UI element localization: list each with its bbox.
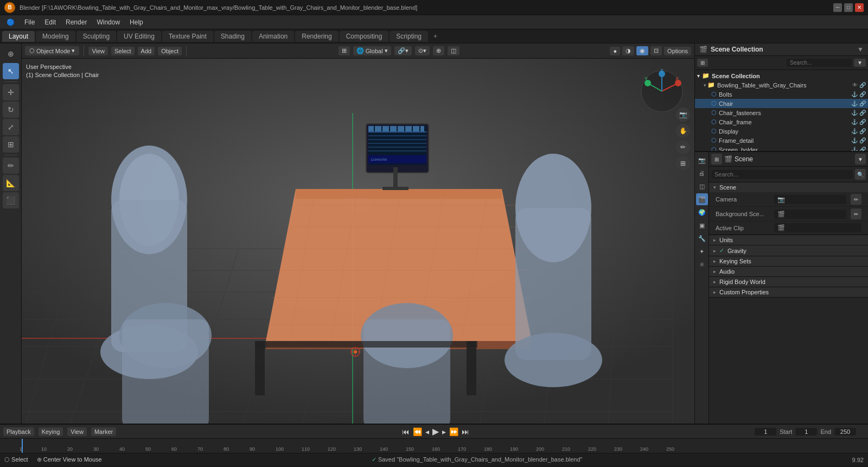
close-button[interactable]: ✕ — [855, 3, 864, 12]
menu-help[interactable]: Help — [125, 17, 148, 27]
menu-blender[interactable]: 🔵 — [2, 17, 19, 27]
prop-filter-button[interactable]: ▼ — [855, 154, 866, 165]
add-menu-button[interactable]: Add — [138, 47, 155, 55]
jump-to-start-button[interactable]: ⏮ — [402, 427, 410, 436]
tab-animation[interactable]: Animation — [252, 31, 294, 42]
tab-scripting[interactable]: Scripting — [390, 31, 428, 42]
measure-button[interactable]: 📐 — [3, 175, 19, 191]
view-layer-props-button[interactable]: ◫ — [696, 180, 708, 192]
particles-props-button[interactable]: ✦ — [696, 245, 708, 257]
playback-menu-button[interactable]: Playback — [3, 427, 34, 436]
global-transform-button[interactable]: 🌐 Global ▾ — [353, 46, 391, 55]
jump-to-end-button[interactable]: ⏭ — [462, 427, 469, 436]
pan-view-button[interactable]: ✋ — [676, 124, 690, 138]
tab-layout[interactable]: Layout — [2, 31, 35, 42]
next-keyframe-button[interactable]: ⏩ — [449, 427, 458, 436]
rigid-body-world-header[interactable]: ▸ Rigid Body World — [709, 277, 868, 287]
object-props-button[interactable]: ▣ — [696, 219, 708, 231]
prop-display-options-button[interactable]: ⊞ — [711, 154, 722, 165]
snap-button[interactable]: 🔗▾ — [394, 46, 412, 55]
play-button[interactable]: ▶ — [432, 426, 439, 437]
output-props-button[interactable]: 🖨 — [696, 167, 708, 179]
object-menu-button[interactable]: Object — [158, 47, 182, 55]
search-icon-button[interactable]: 🔍 — [855, 169, 866, 180]
minimize-button[interactable]: ─ — [833, 3, 842, 12]
timeline-ruler[interactable]: 1 10 20 30 40 50 60 70 80 90 100 110 120… — [0, 439, 868, 453]
modifier-props-button[interactable]: 🔧 — [696, 232, 708, 244]
render-props-button[interactable]: 📷 — [696, 154, 708, 166]
rotate-tool-button[interactable]: ↻ — [3, 102, 19, 118]
sc-bowling-table-item[interactable]: ▾ 📁 Bowling_Table_with_Gray_Chairs 👁 🔗 — [695, 80, 868, 90]
camera-field[interactable]: 📷 — [774, 195, 846, 204]
menu-edit[interactable]: Edit — [40, 17, 60, 27]
menu-file[interactable]: File — [20, 17, 39, 27]
end-frame-input[interactable]: 250 — [834, 428, 856, 436]
annotate-button[interactable]: ✏ — [3, 157, 19, 174]
proportional-edit-button[interactable]: ⊙▾ — [415, 46, 430, 55]
prev-keyframe-button[interactable]: ⏪ — [413, 427, 422, 436]
tab-sculpting[interactable]: Sculpting — [76, 31, 116, 42]
sc-chair-item[interactable]: ⬡ Chair ⚓ 🔗 — [695, 99, 868, 108]
overlay-button[interactable]: ⊕ — [433, 46, 444, 55]
cursor-mode-button[interactable]: ⊕ — [3, 46, 19, 62]
next-frame-button[interactable]: ▸ — [442, 427, 446, 436]
gravity-checkbox[interactable]: ✓ — [719, 247, 724, 254]
sc-filter-button[interactable]: ▼ — [854, 59, 866, 67]
viewport-shading-material[interactable]: ◑ — [622, 46, 634, 55]
select-menu-button[interactable]: Select — [111, 47, 135, 55]
menu-render[interactable]: Render — [61, 17, 91, 27]
options-button[interactable]: Options — [664, 47, 691, 55]
start-frame-input[interactable]: 1 — [795, 428, 817, 436]
select-tool-button[interactable]: ↖ — [3, 63, 19, 79]
sc-options-button[interactable]: ⊞ — [697, 59, 708, 67]
scale-tool-button[interactable]: ⤢ — [3, 119, 19, 135]
3d-viewport[interactable]: 123456789 X Y Z — [22, 59, 694, 424]
active-clip-field[interactable]: 🎬 — [774, 223, 861, 232]
view-menu-button[interactable]: View — [88, 47, 108, 55]
sc-bolts-item[interactable]: ⬡ Bolts ⚓ 🔗 — [695, 90, 868, 99]
camera-browse-button[interactable]: ✏ — [851, 194, 861, 205]
properties-search-input[interactable] — [711, 170, 853, 179]
marker-menu-button[interactable]: Marker — [91, 427, 116, 436]
keying-sets-header[interactable]: ▸ Keying Sets — [709, 256, 868, 266]
audio-section-header[interactable]: ▸ Audio — [709, 267, 868, 276]
physics-props-button[interactable]: ⚛ — [696, 258, 708, 270]
custom-properties-header[interactable]: ▸ Custom Properties — [709, 287, 868, 297]
tab-uv-editing[interactable]: UV Editing — [117, 31, 161, 42]
prev-frame-button[interactable]: ◂ — [425, 427, 429, 436]
draw-button[interactable]: ✏ — [676, 140, 690, 154]
filter-icon[interactable]: ▼ — [857, 46, 864, 53]
keying-menu-button[interactable]: Keying — [39, 427, 63, 436]
sc-screen-holder-item[interactable]: ⬡ Screen_holder ⚓ 🔗 — [695, 145, 868, 151]
viewport-icon-button[interactable]: ⊞ — [339, 46, 350, 55]
add-cube-button[interactable]: ⬛ — [3, 192, 19, 209]
scene-section-header[interactable]: ▾ Scene — [709, 182, 868, 192]
tab-compositing[interactable]: Compositing — [340, 31, 389, 42]
add-workspace-button[interactable]: + — [429, 31, 442, 42]
scene-props-button[interactable]: 🎬 — [696, 193, 708, 205]
tab-modeling[interactable]: Modeling — [36, 31, 75, 42]
maximize-button[interactable]: □ — [844, 3, 853, 12]
units-section-header[interactable]: ▸ Units — [709, 235, 868, 245]
viewport-shading-solid[interactable]: ● — [610, 47, 620, 55]
transform-tool-button[interactable]: ⊞ — [3, 136, 19, 153]
xray-button[interactable]: ◫ — [448, 46, 459, 55]
tab-rendering[interactable]: Rendering — [295, 31, 338, 42]
tab-texture-paint[interactable]: Texture Paint — [162, 31, 213, 42]
background-edit-button[interactable]: ✏ — [851, 209, 861, 219]
menu-window[interactable]: Window — [92, 17, 124, 27]
sc-root-item[interactable]: ▾ 📁 Scene Collection — [695, 71, 868, 80]
sc-frame-detail-item[interactable]: ⬡ Frame_detail ⚓ 🔗 — [695, 136, 868, 145]
sc-chair-fasteners-item[interactable]: ⬡ Chair_fasteners ⚓ 🔗 — [695, 108, 868, 117]
view-menu-button-timeline[interactable]: View — [67, 427, 87, 436]
grid-view-button[interactable]: ⊞ — [676, 156, 690, 171]
tab-shading[interactable]: Shading — [214, 31, 251, 42]
mode-select-dropdown[interactable]: ⬡ Object Mode ▾ — [25, 46, 79, 55]
sc-display-item[interactable]: ⬡ Display ⚓ 🔗 — [695, 127, 868, 136]
sc-chair-frame-item[interactable]: ⬡ Chair_frame ⚓ 🔗 — [695, 117, 868, 127]
current-frame-display[interactable]: 1 — [755, 428, 776, 436]
world-props-button[interactable]: 🌍 — [696, 206, 708, 218]
background-field[interactable]: 🎬 — [774, 210, 846, 219]
camera-view-button[interactable]: 📷 — [676, 108, 690, 122]
move-tool-button[interactable]: ✛ — [3, 84, 19, 100]
